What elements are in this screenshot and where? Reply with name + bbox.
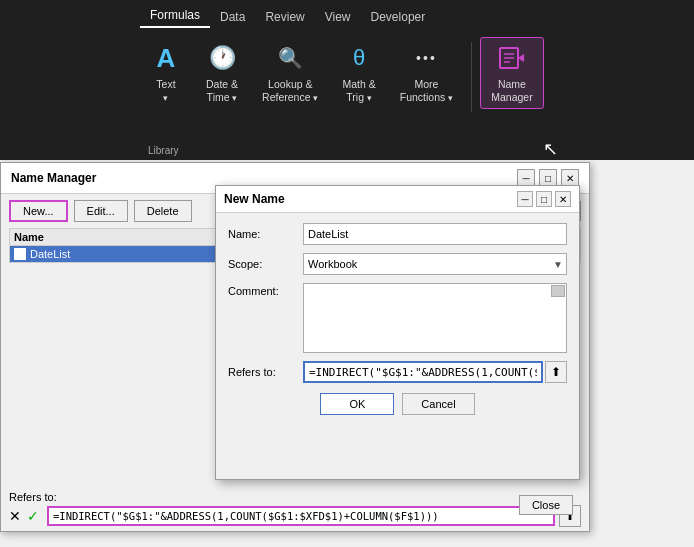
- namemanager-icon: [496, 42, 528, 74]
- new-name-title: New Name: [224, 192, 285, 206]
- new-name-window-controls: ─ □ ✕: [517, 191, 571, 207]
- new-name-titlebar: New Name ─ □ ✕: [216, 186, 579, 213]
- lookup-icon: 🔍: [274, 42, 306, 74]
- nm-confirm-edit-icon[interactable]: ✓: [27, 508, 39, 524]
- nn-close-button[interactable]: ✕: [555, 191, 571, 207]
- nm-refers-label: Refers to:: [9, 491, 581, 503]
- new-name-refers-row: Refers to: ⬆: [228, 361, 567, 383]
- new-name-comment-scroll: [303, 283, 567, 353]
- nn-maximize-button[interactable]: □: [536, 191, 552, 207]
- nm-cancel-edit-icon[interactable]: ✕: [9, 508, 21, 524]
- datetime-function-button[interactable]: 🕐 Date &Time ▾: [196, 38, 248, 107]
- new-name-refers-input[interactable]: [303, 361, 543, 383]
- library-section-label: Library: [148, 145, 179, 156]
- datetime-button-label: Date &Time ▾: [206, 78, 238, 103]
- nm-refers-input[interactable]: [47, 506, 555, 526]
- clock-icon: 🕐: [206, 42, 238, 74]
- new-name-scope-label: Scope:: [228, 258, 303, 270]
- new-name-body: Name: Scope: Workbook Sheet1 Sheet2 ▼ Co…: [216, 213, 579, 425]
- new-name-ok-button[interactable]: OK: [320, 393, 394, 415]
- dots-icon: •••: [410, 42, 442, 74]
- new-name-refers-label: Refers to:: [228, 366, 303, 378]
- mathtrig-function-button[interactable]: θ Math &Trig ▾: [332, 38, 385, 107]
- text-function-button[interactable]: A Text▾: [140, 38, 192, 107]
- new-name-refers-expand-button[interactable]: ⬆: [545, 361, 567, 383]
- tab-developer[interactable]: Developer: [361, 6, 436, 28]
- name-manager-title: Name Manager: [11, 171, 96, 185]
- text-button-label: Text▾: [156, 78, 175, 103]
- text-icon: A: [150, 42, 182, 74]
- ribbon-button-group: A Text▾ 🕐 Date &Time ▾ 🔍 Lookup &Referen…: [0, 28, 694, 112]
- nm-edit-button[interactable]: Edit...: [74, 200, 128, 222]
- nm-refers-section: Refers to: ✕ ✓ ⬆: [1, 487, 589, 531]
- new-name-dialog: New Name ─ □ ✕ Name: Scope: Workbook She…: [215, 185, 580, 480]
- more-functions-label: MoreFunctions ▾: [400, 78, 453, 103]
- lookup-button-label: Lookup &Reference ▾: [262, 78, 318, 103]
- datelist-grid-icon: [14, 248, 26, 260]
- new-name-scope-row: Scope: Workbook Sheet1 Sheet2 ▼: [228, 253, 567, 275]
- new-name-name-label: Name:: [228, 228, 303, 240]
- nm-new-button[interactable]: New...: [9, 200, 68, 222]
- nn-minimize-button[interactable]: ─: [517, 191, 533, 207]
- lookup-function-button[interactable]: 🔍 Lookup &Reference ▾: [252, 38, 328, 107]
- nm-datelist-name-cell: DateList: [14, 248, 242, 260]
- new-name-comment-row: Comment:: [228, 283, 567, 353]
- ribbon: Formulas Data Review View Developer A Te…: [0, 0, 694, 160]
- namemanager-svg: [496, 42, 528, 74]
- theta-icon: θ: [343, 42, 375, 74]
- nm-delete-button[interactable]: Delete: [134, 200, 192, 222]
- datelist-name-text: DateList: [30, 248, 70, 260]
- ribbon-divider: [471, 42, 472, 112]
- new-name-scope-wrap: Workbook Sheet1 Sheet2 ▼: [303, 253, 567, 275]
- new-name-scope-select[interactable]: Workbook Sheet1 Sheet2: [303, 253, 567, 275]
- more-functions-button[interactable]: ••• MoreFunctions ▾: [390, 38, 463, 107]
- new-name-name-row: Name:: [228, 223, 567, 245]
- name-manager-button[interactable]: NameManager: [480, 37, 543, 108]
- new-name-dialog-buttons: OK Cancel: [228, 393, 567, 415]
- new-name-comment-area[interactable]: [303, 283, 567, 353]
- new-name-comment-label: Comment:: [228, 283, 303, 297]
- mathtrig-button-label: Math &Trig ▾: [342, 78, 375, 103]
- tab-formulas[interactable]: Formulas: [140, 4, 210, 28]
- new-name-name-input[interactable]: [303, 223, 567, 245]
- name-manager-label: NameManager: [491, 78, 532, 103]
- ribbon-tabs: Formulas Data Review View Developer: [0, 0, 694, 28]
- nm-refers-input-row: ✕ ✓ ⬆: [9, 505, 581, 527]
- tab-review[interactable]: Review: [255, 6, 314, 28]
- nm-toolbar-left: New... Edit... Delete: [9, 200, 192, 222]
- comment-scroll-thumb[interactable]: [551, 285, 565, 297]
- new-name-cancel-button[interactable]: Cancel: [402, 393, 474, 415]
- nm-close-button[interactable]: Close: [519, 495, 573, 515]
- tab-data[interactable]: Data: [210, 6, 255, 28]
- tab-view[interactable]: View: [315, 6, 361, 28]
